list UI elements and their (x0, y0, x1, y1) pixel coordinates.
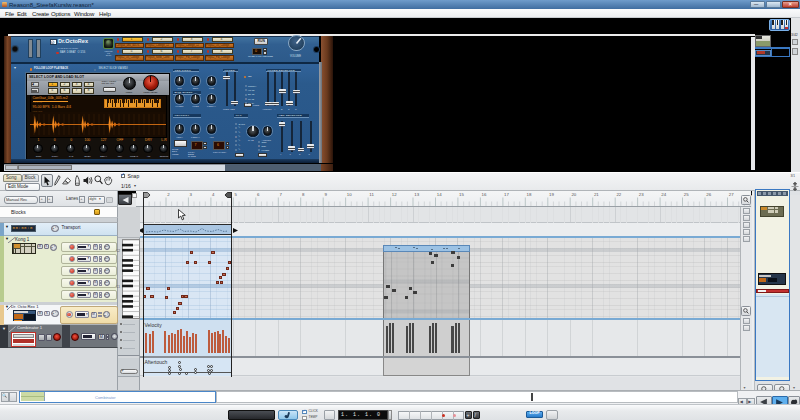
svg-text:3: 3 (189, 192, 192, 197)
svg-text:9: 9 (324, 192, 327, 197)
svg-text:22: 22 (616, 192, 621, 197)
svg-text:16: 16 (481, 192, 486, 197)
svg-text:5: 5 (234, 192, 237, 197)
svg-text:27: 27 (728, 192, 733, 197)
svg-text:18: 18 (526, 192, 531, 197)
svg-text:4: 4 (212, 192, 215, 197)
svg-text:11: 11 (369, 192, 374, 197)
svg-text:7: 7 (279, 192, 282, 197)
svg-text:23: 23 (638, 192, 643, 197)
svg-text:20: 20 (571, 192, 576, 197)
svg-text:19: 19 (549, 192, 554, 197)
svg-text:14: 14 (436, 192, 441, 197)
svg-text:21: 21 (593, 192, 598, 197)
svg-text:25: 25 (683, 192, 688, 197)
svg-text:15: 15 (459, 192, 464, 197)
svg-text:13: 13 (414, 192, 419, 197)
svg-text:12: 12 (391, 192, 396, 197)
svg-text:10: 10 (346, 192, 351, 197)
svg-text:8: 8 (301, 192, 304, 197)
svg-text:6: 6 (257, 192, 260, 197)
svg-text:17: 17 (504, 192, 509, 197)
svg-text:24: 24 (661, 192, 666, 197)
svg-text:26: 26 (706, 192, 711, 197)
svg-text:2: 2 (167, 192, 170, 197)
